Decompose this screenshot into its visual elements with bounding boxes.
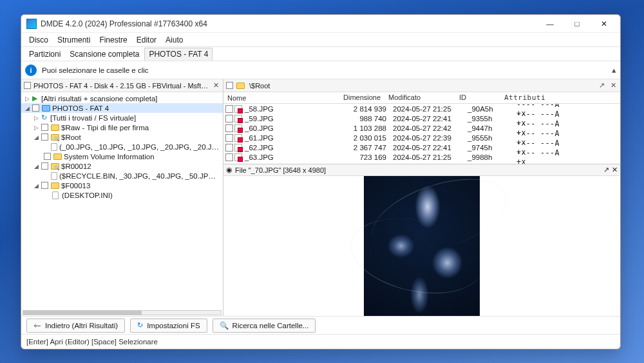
info-icon: i xyxy=(25,64,37,76)
col-size[interactable]: Dimensione xyxy=(339,92,384,103)
collapse-info-button[interactable]: ▴ xyxy=(612,65,616,75)
collapse-icon[interactable]: ◢ xyxy=(33,182,39,189)
jpg-file-icon xyxy=(234,124,242,132)
titlebar: DMDE 4.2.0 (2024) Professional #17763400… xyxy=(21,15,620,33)
checkbox[interactable] xyxy=(41,162,48,170)
checkbox[interactable] xyxy=(41,182,48,189)
tab-scansione[interactable]: Scansione completa xyxy=(66,48,143,60)
tree-scrollbar[interactable] xyxy=(21,309,223,316)
file-size: 723 169 xyxy=(345,153,390,161)
collapse-icon[interactable]: ◢ xyxy=(33,163,39,170)
tab-photos[interactable]: PHOTOS - FAT 4 xyxy=(144,48,213,61)
tree-panel: PHOTOS - FAT 4 - Disk 4 - 2.15 GB - FBVi… xyxy=(21,79,223,316)
tree-item-svi[interactable]: System Volume Information xyxy=(21,152,223,161)
tree-item-raw[interactable]: ▷ $Raw - Tipi di file per firma xyxy=(21,123,223,132)
menu-disco[interactable]: Disco xyxy=(25,34,52,46)
back-button[interactable]: 🡐 Indietro (Altri Risultati) xyxy=(26,319,125,333)
collapse-icon[interactable]: ◢ xyxy=(24,105,30,112)
folder-icon xyxy=(50,182,59,190)
tab-partizioni[interactable]: Partizioni xyxy=(25,48,64,60)
search-folders-button[interactable]: 🔍 Ricerca nelle Cartelle... xyxy=(213,319,316,333)
col-name[interactable]: Nome xyxy=(223,92,339,103)
file-size: 1 103 288 xyxy=(345,124,390,132)
workarea: PHOTOS - FAT 4 - Disk 4 - 2.15 GB - FBVi… xyxy=(21,79,620,317)
expand-icon[interactable]: ▷ xyxy=(33,115,39,121)
infobar: i Puoi selezionare le caselle e clic ▴ xyxy=(21,61,620,79)
file-id: _9745h xyxy=(461,144,506,152)
tree-item-r00012[interactable]: ◢ $R00012 xyxy=(21,161,223,171)
file-panel-header: \$Root ↗ ✕ xyxy=(223,79,620,92)
tree-item-desktop-ini[interactable]: (DESKTOP.INI) xyxy=(21,190,223,200)
file-list[interactable]: _58.JPG2 814 9392024-05-27 21:25_90A5h--… xyxy=(223,104,620,164)
menu-editor[interactable]: Editor xyxy=(133,34,160,46)
expand-icon[interactable]: ▷ xyxy=(24,95,30,102)
col-id[interactable]: ID xyxy=(455,92,500,103)
status-text: [Enter] Apri (Editor) [Space] Selezionar… xyxy=(26,338,158,346)
search-icon: 🔍 xyxy=(220,321,229,330)
checkbox[interactable] xyxy=(225,153,233,161)
file-name: _62.JPG xyxy=(242,144,345,152)
checkbox[interactable] xyxy=(41,124,48,131)
file-modified: 2024-05-27 21:25 xyxy=(390,153,461,161)
col-attr[interactable]: Attributi xyxy=(500,92,565,103)
file-size: 2 367 747 xyxy=(345,144,390,152)
file-name: _59.JPG xyxy=(242,115,345,123)
preview-image xyxy=(364,176,480,316)
expand-icon[interactable]: ▷ xyxy=(33,124,39,131)
tree-item-altri[interactable]: ▷ ▶ [Altri risultati + scansione complet… xyxy=(21,93,223,103)
fs-settings-button[interactable]: ↻ Impostazioni FS xyxy=(130,319,207,333)
menu-strumenti[interactable]: Strumenti xyxy=(53,34,94,46)
file-icon xyxy=(51,191,60,199)
tree-item-f00013[interactable]: ◢ $F00013 xyxy=(21,181,223,190)
popout-icon[interactable]: ↗ xyxy=(603,166,609,174)
image-icon: ◉ xyxy=(226,166,232,174)
close-icon[interactable]: ✕ xyxy=(612,166,618,174)
jpg-file-icon xyxy=(234,153,242,161)
file-modified: 2024-05-27 22:41 xyxy=(390,144,461,152)
folder-search-icon xyxy=(50,162,59,170)
file-name: _58.JPG xyxy=(242,105,345,113)
menu-aiuto[interactable]: Aiuto xyxy=(162,34,187,46)
popout-icon[interactable]: ↗ xyxy=(597,81,606,90)
close-icon[interactable]: ✕ xyxy=(609,81,618,90)
minimize-button[interactable]: — xyxy=(536,15,564,33)
tree-root-checkbox[interactable] xyxy=(24,82,31,89)
tree-close-icon[interactable]: ✕ xyxy=(211,81,220,90)
tree-item-root-files[interactable]: (_00.JPG, _10.JPG, _10.JPG, _20.JPG, _20… xyxy=(21,142,223,152)
checkbox[interactable] xyxy=(225,144,233,152)
checkbox[interactable] xyxy=(44,153,51,160)
file-name: _61.JPG xyxy=(242,134,345,142)
jpg-file-icon xyxy=(234,105,242,113)
folder-search-icon xyxy=(50,133,59,141)
menu-finestre[interactable]: Finestre xyxy=(95,34,131,46)
play-icon: ▶ xyxy=(30,95,39,103)
jpg-file-icon xyxy=(234,144,242,152)
file-id: _9555h xyxy=(461,134,506,142)
tree-item-tutti[interactable]: ▷ ↻ [Tutti i trovati / FS virtuale] xyxy=(21,113,223,123)
checkbox[interactable] xyxy=(225,134,233,142)
checkbox[interactable] xyxy=(32,104,39,112)
tree-item-root[interactable]: ◢ $Root xyxy=(21,132,223,142)
refresh-icon: ↻ xyxy=(137,321,143,329)
maximize-button[interactable]: □ xyxy=(564,15,591,33)
file-modified: 2024-05-27 22:41 xyxy=(390,115,461,123)
filelist-checkbox[interactable] xyxy=(226,82,233,89)
file-row[interactable]: _63.JPG723 1692024-05-27 21:25_9988h----… xyxy=(223,152,620,162)
folder-icon xyxy=(236,82,245,90)
tree-item-photos[interactable]: ◢ PHOTOS - FAT 4 xyxy=(21,103,223,113)
checkbox[interactable] xyxy=(225,124,233,132)
back-arrow-icon: 🡐 xyxy=(33,322,41,329)
col-mod[interactable]: Modificato xyxy=(384,92,455,103)
jpg-file-icon xyxy=(234,134,242,142)
file-modified: 2024-05-27 22:39 xyxy=(390,134,461,142)
collapse-icon[interactable]: ◢ xyxy=(33,134,39,141)
checkbox[interactable] xyxy=(41,133,48,141)
folder-icon xyxy=(53,153,62,161)
tree[interactable]: ▷ ▶ [Altri risultati + scansione complet… xyxy=(21,92,223,309)
file-id: _90A5h xyxy=(461,105,506,113)
close-button[interactable]: ✕ xyxy=(591,15,618,33)
tree-item-r00012-files[interactable]: ($RECYCLE.BIN, _30.JPG, _40.JPG, _50.JPG… xyxy=(21,171,223,181)
checkbox[interactable] xyxy=(225,105,233,113)
bottom-toolbar: 🡐 Indietro (Altri Risultati) ↻ Impostazi… xyxy=(21,317,620,335)
checkbox[interactable] xyxy=(225,115,233,123)
